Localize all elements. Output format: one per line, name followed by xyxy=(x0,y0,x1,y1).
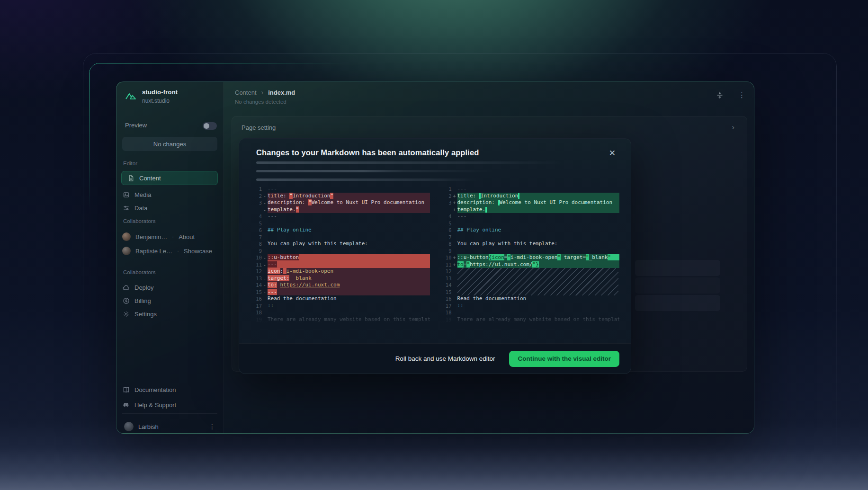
code-segment: title: xyxy=(457,193,479,199)
code-segment: --- xyxy=(457,213,467,219)
user-menu[interactable]: Larbish ⋮ xyxy=(118,419,223,434)
line-number: 6 xyxy=(251,227,262,234)
sidebar-item-deploy[interactable]: Deploy xyxy=(116,281,223,294)
diff-line: 18 xyxy=(251,309,430,316)
sidebar-item-billing[interactable]: Billing xyxy=(116,294,223,307)
close-icon[interactable]: ✕ xyxy=(609,148,616,158)
project-name: studio-front xyxy=(142,89,178,96)
diff-marker xyxy=(262,248,268,255)
sidebar-item-documentation[interactable]: Documentation xyxy=(116,383,223,396)
line-number: 5 xyxy=(440,220,452,227)
no-changes-button[interactable]: No changes xyxy=(122,137,217,151)
line-number: 10 xyxy=(440,254,452,261)
sidebar-item-settings[interactable]: Settings xyxy=(116,307,223,321)
code-line: There are already many website based on … xyxy=(268,316,430,323)
code-line xyxy=(268,248,430,255)
kebab-menu-icon[interactable]: ⋮ xyxy=(738,91,745,99)
preview-toggle[interactable] xyxy=(203,122,217,130)
line-number: 8 xyxy=(440,241,452,248)
diff-marker: - xyxy=(262,268,268,275)
sidebar-item-media[interactable]: Media xyxy=(116,188,223,201)
code-segment xyxy=(611,254,619,260)
code-line: description: Welcome to Nuxt UI Pro docu… xyxy=(457,199,620,206)
code-segment: --- xyxy=(268,213,277,219)
rollback-button[interactable]: Roll back and use Markdown editor xyxy=(395,355,495,362)
code-segment: Introduction xyxy=(481,193,518,199)
skeleton-row xyxy=(635,277,720,294)
toggle-knob xyxy=(204,123,209,129)
code-line: There are already many website based on … xyxy=(457,316,620,323)
collapse-icon[interactable] xyxy=(716,91,724,99)
code-line: --- xyxy=(268,261,430,268)
chevron-right-icon[interactable]: › xyxy=(732,123,734,132)
code-line xyxy=(268,220,430,227)
diff-marker xyxy=(262,316,268,323)
sidebar-item-label: Content xyxy=(139,175,161,182)
modal-footer: Roll back and use Markdown editor Contin… xyxy=(239,343,631,374)
continue-button[interactable]: Continue with the visual editor xyxy=(509,351,619,367)
diff-line: 5 xyxy=(251,220,430,227)
code-line: --- xyxy=(457,186,620,193)
code-segment: ::u-button xyxy=(268,254,299,260)
code-line xyxy=(457,220,620,227)
dot-separator: · xyxy=(172,233,174,240)
code-segment xyxy=(485,207,487,213)
code-line xyxy=(268,234,430,241)
sidebar-item-data[interactable]: Data xyxy=(116,201,223,214)
diff-line: 6## Play online xyxy=(440,227,620,234)
code-segment: Welcome to Nuxt UI Pro documentation xyxy=(500,199,612,205)
diff-marker: - xyxy=(262,254,268,261)
project-domain: nuxt.studio xyxy=(142,98,170,104)
code-segment: : xyxy=(274,282,277,288)
code-segment: --- xyxy=(268,289,277,295)
diff-line: 4--- xyxy=(440,213,620,220)
line-number: 14 xyxy=(440,282,452,289)
code-segment: https://ui.nuxt.com xyxy=(280,282,340,288)
diff-line: 2-title: "Introduction" xyxy=(251,193,430,200)
line-number: 12 xyxy=(440,268,452,275)
collaborator-row[interactable]: Benjamin… · About xyxy=(116,231,223,243)
diff-marker xyxy=(452,282,457,289)
diff-marker: - xyxy=(262,275,268,282)
code-line: ::u-button xyxy=(268,254,430,261)
line-number: 16 xyxy=(440,295,452,303)
project-section-label: Collaborators xyxy=(123,269,155,275)
diff-line: 11---- xyxy=(251,261,430,268)
code-segment: " xyxy=(330,193,333,199)
collaborator-row[interactable]: Baptiste Le… · Showcase xyxy=(116,245,223,257)
code-segment: description: xyxy=(268,199,308,205)
sidebar-item-label: Settings xyxy=(134,311,157,318)
diff-line: 10-::u-button xyxy=(251,254,430,261)
code-segment: :: xyxy=(457,303,464,309)
code-line: ## Play online xyxy=(457,227,620,234)
diff-line: 12-icon: i-mdi-book-open xyxy=(251,268,430,275)
code-segment: You can play with this template: xyxy=(457,241,558,247)
code-segment: You can play with this template: xyxy=(268,241,368,247)
line-number: 12 xyxy=(251,268,262,275)
code-line: You can play with this template: xyxy=(457,241,620,248)
sidebar-item-label: Data xyxy=(134,205,147,212)
diff-line: 1--- xyxy=(440,186,620,193)
code-segment: to xyxy=(268,282,274,288)
sidebar-item-help[interactable]: Help & Support xyxy=(116,398,223,411)
diff-marker xyxy=(452,303,457,310)
kebab-menu-icon[interactable]: ⋮ xyxy=(209,423,215,430)
diff-marker xyxy=(262,295,268,303)
breadcrumb-current: index.md xyxy=(268,89,295,96)
code-segment: Read the documentation xyxy=(268,295,337,302)
breadcrumb-parent[interactable]: Content xyxy=(235,89,257,96)
code-line xyxy=(457,248,620,255)
sidebar-item-content[interactable]: Content xyxy=(121,171,218,185)
code-segment: --- xyxy=(268,186,277,192)
chevron-right-icon: › xyxy=(261,89,264,96)
diff-pane-right: 1---2+title: Introduction3+description: … xyxy=(440,184,620,329)
line-number: 2 xyxy=(251,193,262,200)
diff-line: 18 xyxy=(440,309,620,316)
diff-marker xyxy=(452,248,457,255)
diff-line: 8You can play with this template: xyxy=(251,241,430,248)
code-segment: i-mdi-book-open xyxy=(510,254,557,260)
diff-line: 11+to="https://ui.nuxt.com/"} xyxy=(440,261,620,268)
diff-marker: + xyxy=(452,206,457,214)
diff-line: 3+description: Welcome to Nuxt UI Pro do… xyxy=(440,199,620,206)
gear-icon xyxy=(122,310,130,318)
